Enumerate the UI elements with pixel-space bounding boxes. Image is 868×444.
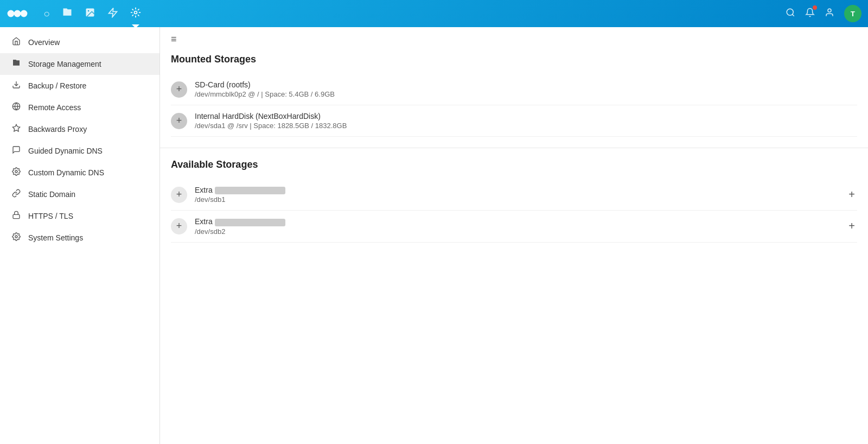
sidebar-item-label: Storage Management bbox=[28, 60, 101, 68]
chat-icon bbox=[11, 145, 22, 156]
nextcloud-logo[interactable] bbox=[7, 7, 28, 20]
sidebar-item-label: Guided Dynamic DNS bbox=[28, 147, 103, 155]
sidebar-item-static-domain[interactable]: Static Domain bbox=[0, 183, 159, 205]
sidebar-item-label: Backwards Proxy bbox=[28, 125, 87, 134]
sdb1-info: Extra /dev/sdb1 bbox=[195, 186, 846, 204]
sidebar-item-label: Custom Dynamic DNS bbox=[28, 168, 104, 177]
sdb2-add-button[interactable]: + bbox=[171, 218, 187, 234]
mounted-storages-section: Mounted Storages + SD-Card (rootfs) /dev… bbox=[160, 45, 868, 137]
available-storage-item-sdb2: + Extra /dev/sdb2 + bbox=[171, 211, 857, 242]
photos-nav-icon[interactable] bbox=[85, 7, 95, 21]
sidebar-item-storage-management[interactable]: Storage Management bbox=[0, 53, 159, 75]
sidebar-item-https-tls[interactable]: HTTPS / TLS bbox=[0, 205, 159, 227]
link-icon bbox=[11, 189, 22, 200]
hdd-path: /dev/sda1 @ /srv | Space: 1828.5GB / 183… bbox=[195, 122, 857, 130]
system-gear-icon bbox=[11, 232, 22, 243]
lock-icon bbox=[11, 211, 22, 221]
sidebar: Overview Storage Management Backup / Res… bbox=[0, 27, 160, 444]
search-icon[interactable] bbox=[786, 8, 795, 20]
svg-point-1 bbox=[14, 10, 21, 17]
mounted-storage-item-hdd: + Internal HardDisk (NextBoxHardDisk) /d… bbox=[171, 105, 857, 137]
sdb2-name-redacted bbox=[215, 219, 285, 226]
svg-point-13 bbox=[15, 170, 17, 173]
content-header: ≡ bbox=[160, 27, 868, 45]
mounted-storages-title: Mounted Storages bbox=[171, 54, 857, 65]
sidebar-item-backup-restore[interactable]: Backup / Restore bbox=[0, 75, 159, 97]
main-layout: Overview Storage Management Backup / Res… bbox=[0, 27, 868, 444]
svg-point-0 bbox=[8, 10, 15, 17]
hdd-name: Internal HardDisk (NextBoxHardDisk) bbox=[195, 112, 857, 120]
sdb1-path: /dev/sdb1 bbox=[195, 195, 846, 204]
hamburger-menu[interactable]: ≡ bbox=[171, 34, 177, 45]
svg-line-7 bbox=[792, 14, 794, 16]
sdb2-name: Extra bbox=[195, 217, 846, 226]
circle-nav-icon[interactable]: ○ bbox=[43, 8, 50, 20]
available-storages-section: Available Storages + Extra /dev/sdb1 + + bbox=[160, 148, 868, 243]
available-storage-item-sdb1: + Extra /dev/sdb1 + bbox=[171, 179, 857, 211]
notification-badge bbox=[813, 5, 817, 10]
svg-point-2 bbox=[21, 10, 28, 17]
sidebar-item-backwards-proxy[interactable]: Backwards Proxy bbox=[0, 118, 159, 140]
globe-icon bbox=[11, 102, 22, 113]
topbar-right: T bbox=[786, 5, 861, 22]
svg-rect-14 bbox=[13, 214, 20, 218]
sidebar-item-label: Overview bbox=[28, 38, 60, 47]
sidebar-item-custom-dynamic-dns[interactable]: Custom Dynamic DNS bbox=[0, 162, 159, 183]
sidebar-item-label: System Settings bbox=[28, 233, 83, 242]
sidebar-item-overview[interactable]: Overview bbox=[0, 31, 159, 53]
content-area: ≡ Mounted Storages + SD-Card (rootfs) /d… bbox=[160, 27, 868, 444]
contacts-icon[interactable] bbox=[825, 8, 834, 20]
topbar: ○ T bbox=[0, 0, 868, 27]
hdd-add-button[interactable]: + bbox=[171, 113, 187, 129]
sdcard-path: /dev/mmcblk0p2 @ / | Space: 5.4GB / 6.9G… bbox=[195, 90, 857, 98]
svg-point-6 bbox=[787, 9, 793, 15]
gear-icon bbox=[11, 167, 22, 178]
sdb2-info: Extra /dev/sdb2 bbox=[195, 217, 846, 235]
sidebar-item-label: Backup / Restore bbox=[28, 81, 86, 90]
svg-point-8 bbox=[828, 9, 831, 12]
files-nav-icon[interactable] bbox=[62, 7, 73, 21]
mounted-storage-item-sdcard: + SD-Card (rootfs) /dev/mmcblk0p2 @ / | … bbox=[171, 74, 857, 105]
sdb2-path: /dev/sdb2 bbox=[195, 227, 846, 236]
svg-point-15 bbox=[15, 236, 17, 238]
topbar-left: ○ bbox=[7, 7, 141, 21]
download-icon bbox=[11, 80, 22, 91]
topbar-nav: ○ bbox=[43, 7, 141, 21]
star-icon bbox=[11, 124, 22, 135]
sdb1-name-redacted bbox=[215, 187, 285, 194]
activity-nav-icon[interactable] bbox=[107, 7, 118, 21]
sdb1-name: Extra bbox=[195, 186, 846, 194]
sidebar-item-system-settings[interactable]: System Settings bbox=[0, 227, 159, 249]
svg-point-4 bbox=[88, 10, 90, 11]
svg-point-5 bbox=[135, 11, 137, 14]
sidebar-item-label: HTTPS / TLS bbox=[28, 212, 73, 220]
avatar[interactable]: T bbox=[844, 5, 861, 22]
svg-marker-12 bbox=[12, 124, 20, 131]
sdcard-add-button[interactable]: + bbox=[171, 81, 187, 98]
sdb1-mount-action[interactable]: + bbox=[846, 186, 857, 203]
settings-nav-icon[interactable] bbox=[130, 7, 141, 21]
sdcard-name: SD-Card (rootfs) bbox=[195, 80, 857, 89]
sdb2-mount-action[interactable]: + bbox=[846, 218, 857, 234]
sidebar-item-guided-dynamic-dns[interactable]: Guided Dynamic DNS bbox=[0, 140, 159, 162]
sdcard-info: SD-Card (rootfs) /dev/mmcblk0p2 @ / | Sp… bbox=[195, 80, 857, 98]
folder-icon bbox=[11, 59, 22, 69]
available-storages-title: Available Storages bbox=[171, 159, 857, 170]
sdb1-add-button[interactable]: + bbox=[171, 187, 187, 203]
notifications-icon[interactable] bbox=[805, 8, 815, 20]
sidebar-item-label: Static Domain bbox=[28, 190, 75, 199]
sidebar-item-label: Remote Access bbox=[28, 103, 81, 112]
home-icon bbox=[11, 37, 22, 48]
hdd-info: Internal HardDisk (NextBoxHardDisk) /dev… bbox=[195, 112, 857, 130]
sidebar-item-remote-access[interactable]: Remote Access bbox=[0, 97, 159, 118]
